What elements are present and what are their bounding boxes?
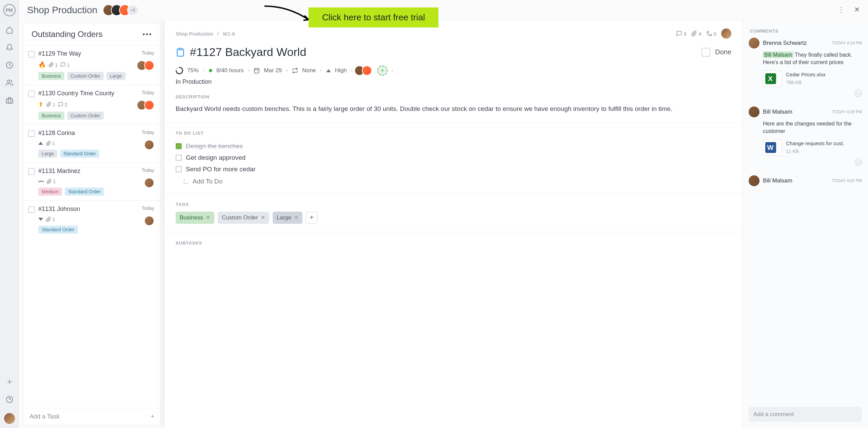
comment-avatar[interactable] xyxy=(749,175,760,186)
card-title: #1128 Corina xyxy=(38,130,138,137)
briefcase-icon[interactable] xyxy=(5,96,14,104)
breadcrumb: Shop Production / W1-6 3 4 0 xyxy=(176,28,731,39)
task-card[interactable]: #1130 Country Time CountyToday⬆12Busines… xyxy=(23,85,160,124)
todo-item[interactable]: Get design approved xyxy=(176,152,731,163)
remove-tag-icon[interactable]: ✕ xyxy=(261,214,265,221)
cta-banner[interactable]: Click here to start free trial xyxy=(309,7,438,27)
member-avatars[interactable]: +1 xyxy=(103,4,139,16)
react-icon[interactable] xyxy=(854,90,862,97)
arrow-up-icon: ⬆ xyxy=(38,101,43,108)
progress-ring-icon[interactable] xyxy=(174,65,184,76)
react-icon[interactable] xyxy=(854,158,862,166)
corner-icon xyxy=(184,179,189,184)
todo-item[interactable]: Design the benches xyxy=(176,140,731,152)
add-icon[interactable] xyxy=(5,378,14,386)
comment: Bill MalsamTODAY 4:09 PMHere are the cha… xyxy=(749,106,862,166)
card-title: #1130 Country Time County xyxy=(38,90,138,97)
nav-rail: PM xyxy=(0,0,19,428)
comment-author: Brenna Schwartz xyxy=(763,40,807,46)
tag[interactable]: Custom Order xyxy=(67,72,104,80)
clock-icon[interactable] xyxy=(5,61,14,69)
comment-time: TODAY 4:09 PM xyxy=(832,110,862,114)
task-card[interactable]: #1129 The WayToday🔥11BusinessCustom Orde… xyxy=(23,45,160,85)
task-card[interactable]: #1131 MartinezToday1MediumStandard Order xyxy=(23,162,160,200)
comment-author: Bill Malsam xyxy=(763,109,792,115)
add-todo-input[interactable] xyxy=(193,178,273,185)
help-icon[interactable] xyxy=(5,395,14,404)
add-tag-button[interactable]: + xyxy=(306,212,317,223)
clipboard-icon xyxy=(176,47,185,57)
todo-item[interactable]: Send PO for more cedar xyxy=(176,163,731,175)
priority-high-icon xyxy=(326,69,331,72)
comment-icon: 2 xyxy=(58,102,67,108)
people-icon[interactable] xyxy=(5,79,14,87)
attachment[interactable]: WChange requests for cust.11 KB xyxy=(763,139,862,156)
task-detail-panel: Shop Production / W1-6 3 4 0 xyxy=(165,20,868,428)
task-checkbox[interactable] xyxy=(28,206,35,213)
tag[interactable]: Business xyxy=(38,112,64,120)
comment-avatar[interactable] xyxy=(749,106,760,117)
close-icon[interactable]: ✕ xyxy=(854,5,860,14)
app-logo[interactable]: PM xyxy=(3,4,16,16)
task-card[interactable]: #1128 CorinaToday1LargeStandard Order xyxy=(23,124,160,162)
task-title[interactable]: #1127 Backyard World xyxy=(190,45,697,59)
tag[interactable]: Custom Order xyxy=(67,112,104,120)
tag[interactable]: Large xyxy=(38,150,57,158)
tag[interactable]: Standard Order xyxy=(38,226,78,234)
home-icon[interactable] xyxy=(5,26,14,34)
repeat-icon xyxy=(292,67,298,74)
tag-pill[interactable]: Custom Order ✕ xyxy=(218,212,269,224)
task-checkbox[interactable] xyxy=(28,91,35,97)
file-icon: X xyxy=(763,71,782,87)
task-status[interactable]: In Production xyxy=(176,78,731,85)
tag[interactable]: Medium xyxy=(38,188,62,196)
assignee-stack[interactable] xyxy=(357,65,372,76)
task-card[interactable]: #1131 JohnsonToday1Standard Order xyxy=(23,200,160,238)
todo-checkbox[interactable] xyxy=(176,155,182,161)
mention[interactable]: Bill Malsam xyxy=(763,52,793,58)
paperclip-icon: 1 xyxy=(46,140,55,146)
todo-checkbox[interactable] xyxy=(176,143,182,149)
tag-pill[interactable]: Business ✕ xyxy=(176,212,214,224)
more-vert-icon[interactable]: ⋮ xyxy=(838,5,845,14)
assignee-avatar[interactable] xyxy=(721,28,731,39)
column-title: Outstanding Orders xyxy=(32,30,102,39)
done-checkbox[interactable] xyxy=(702,48,710,57)
comments-panel: COMMENTS Brenna SchwartzTODAY 4:14 PMBil… xyxy=(743,20,868,428)
plus-icon[interactable]: + xyxy=(151,413,154,420)
subtask-count-icon[interactable]: 0 xyxy=(706,31,716,37)
remove-tag-icon[interactable]: ✕ xyxy=(294,214,298,221)
comment-time: TODAY 4:14 PM xyxy=(832,41,862,45)
tag[interactable]: Business xyxy=(38,72,64,80)
priority-none-icon xyxy=(38,181,44,182)
tag[interactable]: Large xyxy=(106,72,125,80)
user-avatar[interactable] xyxy=(4,413,15,424)
comment-count-icon[interactable]: 3 xyxy=(676,31,686,37)
task-description[interactable]: Backyard World needs custom benches. Thi… xyxy=(176,104,731,114)
status-dot-icon xyxy=(209,69,212,72)
add-task[interactable]: Add a Task + xyxy=(23,408,160,425)
remove-tag-icon[interactable]: ✕ xyxy=(206,214,210,221)
calendar-icon xyxy=(254,67,260,74)
card-date: Today xyxy=(142,130,154,135)
attachment[interactable]: XCedar Prices.xlsx768 KB xyxy=(763,71,862,87)
comment: Bill MalsamTODAY 4:02 PM xyxy=(749,175,862,186)
tag[interactable]: Standard Order xyxy=(60,150,100,158)
comment-input[interactable]: Add a comment xyxy=(749,407,862,422)
comment-avatar[interactable] xyxy=(749,38,760,48)
column-menu-icon[interactable]: ••• xyxy=(142,30,152,39)
add-assignee-button[interactable]: + xyxy=(377,65,388,76)
task-checkbox[interactable] xyxy=(28,130,35,137)
tag[interactable]: Standard Order xyxy=(65,188,104,196)
task-checkbox[interactable] xyxy=(28,168,35,175)
todo-checkbox[interactable] xyxy=(176,166,182,172)
paperclip-icon: 1 xyxy=(46,216,55,222)
comment: Brenna SchwartzTODAY 4:14 PMBill Malsam … xyxy=(749,38,862,97)
attach-count-icon[interactable]: 4 xyxy=(691,31,701,37)
bell-icon[interactable] xyxy=(5,43,14,52)
topbar: Shop Production +1 xyxy=(19,0,868,20)
column-outstanding: Outstanding Orders ••• #1129 The WayToda… xyxy=(23,23,161,425)
tag-pill[interactable]: Large ✕ xyxy=(273,212,302,224)
card-title: #1129 The Way xyxy=(38,50,138,57)
task-checkbox[interactable] xyxy=(28,51,35,58)
